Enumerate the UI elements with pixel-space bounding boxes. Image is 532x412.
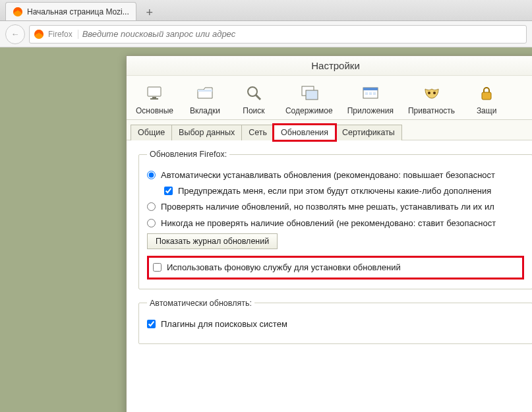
- highlighted-bg-service: Использовать фоновую службу для установк…: [147, 256, 524, 280]
- radio-auto-row: Автоматически устанавливать обновления (…: [147, 169, 524, 181]
- toolbar-label: Содержимое: [285, 106, 333, 115]
- updates-panel: Обновления Firefox: Автоматически устана…: [127, 140, 532, 363]
- svg-point-16: [433, 92, 436, 94]
- settings-window: Настройки Основные Вкладки Поиск Содержи…: [126, 55, 532, 412]
- group-legend: Автоматически обновлять:: [147, 299, 254, 308]
- svg-rect-5: [198, 90, 212, 92]
- svg-rect-13: [369, 92, 372, 95]
- mask-icon: [421, 82, 442, 103]
- check-bg-service[interactable]: [153, 263, 162, 272]
- subtab-updates[interactable]: Обновления: [274, 125, 336, 140]
- lock-icon: [476, 82, 497, 103]
- advanced-subtabs: Общие Выбор данных Сеть Обновления Серти…: [127, 120, 532, 140]
- toolbar-security[interactable]: Защи: [463, 80, 510, 119]
- back-arrow-icon: ←: [11, 29, 20, 39]
- radio-check-row: Проверять наличие обновлений, но позволя…: [147, 201, 524, 213]
- toolbar-search[interactable]: Поиск: [230, 80, 278, 119]
- browser-tab[interactable]: Начальная страница Mozi...: [5, 2, 136, 20]
- settings-title: Настройки: [127, 56, 532, 76]
- check-warn-label: Предупреждать меня, если при этом будут …: [178, 185, 491, 197]
- radio-check-updates[interactable]: [147, 202, 156, 211]
- toolbar-label: Приложения: [347, 106, 394, 115]
- toolbar-label: Основные: [136, 106, 173, 115]
- nav-bar: ← Firefox: [0, 21, 532, 47]
- check-search-plugins[interactable]: [147, 320, 156, 328]
- monitor-icon: [144, 82, 165, 103]
- subtab-certs[interactable]: Сертификаты: [335, 125, 402, 140]
- toolbar-label: Поиск: [243, 106, 264, 115]
- search-icon: [243, 82, 264, 103]
- history-row: Показать журнал обновлений: [147, 233, 524, 249]
- toolbar-label: Защи: [477, 106, 497, 115]
- tab-strip: Начальная страница Mozi... +: [0, 0, 532, 21]
- identity-label: Firefox: [48, 30, 78, 39]
- svg-rect-3: [152, 97, 156, 98]
- content-viewport: Настройки Основные Вкладки Поиск Содержи…: [0, 47, 532, 412]
- radio-auto-label: Автоматически устанавливать обновления (…: [161, 169, 495, 181]
- svg-rect-14: [373, 92, 376, 95]
- tab-title: Начальная страница Mozi...: [27, 7, 129, 16]
- folder-icon: [194, 82, 216, 103]
- url-bar[interactable]: Firefox: [29, 25, 527, 44]
- firefox-icon: [34, 29, 44, 40]
- check-warn-addons[interactable]: [164, 187, 173, 195]
- svg-point-15: [428, 92, 430, 94]
- svg-rect-9: [306, 90, 318, 100]
- svg-rect-12: [365, 92, 368, 95]
- svg-point-6: [248, 87, 257, 96]
- subtab-datachoice[interactable]: Выбор данных: [171, 125, 242, 140]
- back-button[interactable]: ←: [5, 24, 25, 44]
- svg-rect-17: [482, 92, 491, 100]
- plus-icon: +: [146, 6, 154, 20]
- check-plugins-row: Плагины для поисковых систем: [147, 318, 524, 330]
- address-input[interactable]: [82, 29, 522, 39]
- apps-icon: [360, 82, 381, 103]
- firefox-updates-group: Обновления Firefox: Автоматически устана…: [138, 150, 532, 289]
- toolbar-general[interactable]: Основные: [129, 80, 180, 119]
- content-icon: [299, 82, 320, 103]
- check-warn-row: Предупреждать меня, если при этом будут …: [147, 185, 524, 197]
- new-tab-button[interactable]: +: [140, 5, 159, 20]
- settings-toolbar: Основные Вкладки Поиск Содержимое Прилож…: [127, 76, 532, 120]
- toolbar-tabs[interactable]: Вкладки: [181, 80, 229, 119]
- toolbar-apps[interactable]: Приложения: [341, 80, 400, 119]
- group-legend: Обновления Firefox:: [147, 150, 229, 159]
- svg-rect-2: [148, 87, 161, 96]
- subtab-network[interactable]: Сеть: [241, 125, 274, 140]
- svg-rect-4: [150, 98, 158, 100]
- radio-never-label: Никогда не проверять наличие обновлений …: [161, 218, 496, 229]
- check-bg-service-label: Использовать фоновую службу для установк…: [167, 262, 401, 274]
- toolbar-label: Приватность: [408, 106, 455, 115]
- svg-rect-11: [363, 88, 378, 90]
- radio-never-check[interactable]: [147, 219, 156, 227]
- toolbar-content[interactable]: Содержимое: [279, 80, 340, 119]
- firefox-icon: [13, 7, 23, 17]
- toolbar-privacy[interactable]: Приватность: [401, 80, 461, 119]
- radio-check-label: Проверять наличие обновлений, но позволя…: [161, 201, 494, 213]
- radio-auto-install[interactable]: [147, 171, 156, 179]
- toolbar-label: Вкладки: [190, 106, 220, 115]
- auto-update-group: Автоматически обновлять: Плагины для пои…: [138, 299, 532, 344]
- subtab-general[interactable]: Общие: [131, 125, 172, 140]
- show-update-history-button[interactable]: Показать журнал обновлений: [147, 233, 278, 249]
- check-plugins-label: Плагины для поисковых систем: [161, 318, 287, 330]
- radio-never-row: Никогда не проверять наличие обновлений …: [147, 218, 524, 229]
- svg-line-7: [256, 95, 260, 100]
